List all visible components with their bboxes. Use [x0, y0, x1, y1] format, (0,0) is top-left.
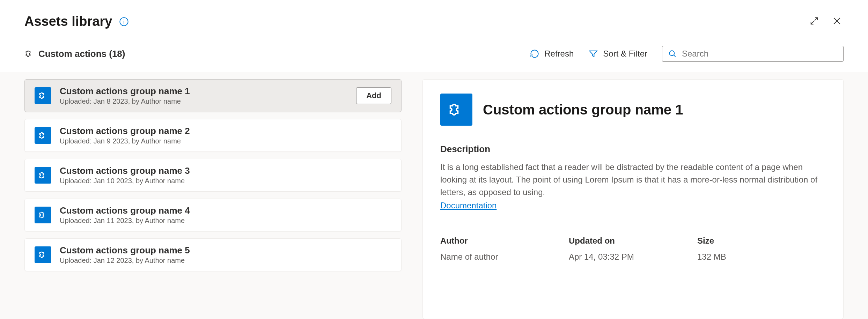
page-title: Assets library: [24, 14, 112, 29]
item-title: Custom actions group name 4: [60, 205, 391, 216]
puzzle-icon: [35, 87, 51, 104]
add-button[interactable]: Add: [356, 87, 391, 104]
item-subtitle: Uploaded: Jan 10 2023, by Author name: [60, 177, 391, 185]
item-title: Custom actions group name 2: [60, 126, 391, 136]
list-item[interactable]: Custom actions group name 1 Uploaded: Ja…: [24, 79, 402, 112]
size-value: 132 MB: [697, 252, 826, 262]
svg-point-2: [124, 19, 124, 20]
detail-title: Custom actions group name 1: [483, 102, 683, 118]
list-item[interactable]: Custom actions group name 4 Uploaded: Ja…: [24, 199, 402, 231]
puzzle-icon: [35, 127, 51, 144]
sort-filter-label: Sort & Filter: [603, 49, 647, 59]
item-title: Custom actions group name 5: [60, 245, 391, 256]
category-label: Custom actions (18): [38, 49, 125, 59]
list-item[interactable]: Custom actions group name 2 Uploaded: Ja…: [24, 119, 402, 152]
updated-label: Updated on: [569, 236, 697, 246]
divider: [440, 226, 826, 226]
list-item[interactable]: Custom actions group name 3 Uploaded: Ja…: [24, 159, 402, 192]
puzzle-icon: [440, 94, 472, 126]
filter-icon: [588, 49, 598, 59]
puzzle-icon: [35, 207, 51, 223]
refresh-icon: [530, 49, 539, 59]
refresh-button[interactable]: Refresh: [530, 49, 574, 59]
detail-panel: Custom actions group name 1 Description …: [422, 79, 844, 319]
updated-value: Apr 14, 03:32 PM: [569, 252, 697, 262]
search-input[interactable]: [682, 49, 838, 59]
item-subtitle: Uploaded: Jan 11 2023, by Author name: [60, 217, 391, 225]
author-value: Name of author: [440, 252, 569, 262]
puzzle-icon: [35, 167, 51, 184]
refresh-label: Refresh: [544, 49, 574, 59]
item-subtitle: Uploaded: Jan 12 2023, by Author name: [60, 257, 391, 265]
item-subtitle: Uploaded: Jan 8 2023, by Author name: [60, 97, 348, 105]
sort-filter-button[interactable]: Sort & Filter: [588, 49, 647, 59]
documentation-link[interactable]: Documentation: [440, 201, 496, 210]
info-icon[interactable]: [119, 17, 129, 27]
puzzle-icon: [35, 246, 51, 263]
item-subtitle: Uploaded: Jan 9 2023, by Author name: [60, 137, 391, 145]
description-text: It is a long established fact that a rea…: [440, 161, 826, 199]
search-box[interactable]: [662, 46, 844, 62]
list-item[interactable]: Custom actions group name 5 Uploaded: Ja…: [24, 238, 402, 271]
expand-button[interactable]: [808, 15, 821, 28]
item-title: Custom actions group name 1: [60, 86, 348, 97]
description-label: Description: [440, 144, 826, 155]
size-label: Size: [697, 236, 826, 246]
svg-line-6: [674, 55, 675, 57]
close-button[interactable]: [830, 14, 844, 29]
author-label: Author: [440, 236, 569, 246]
search-icon: [668, 49, 677, 58]
item-title: Custom actions group name 3: [60, 165, 391, 176]
list-panel: Custom actions group name 1 Uploaded: Ja…: [24, 79, 402, 319]
puzzle-icon: [24, 49, 34, 59]
